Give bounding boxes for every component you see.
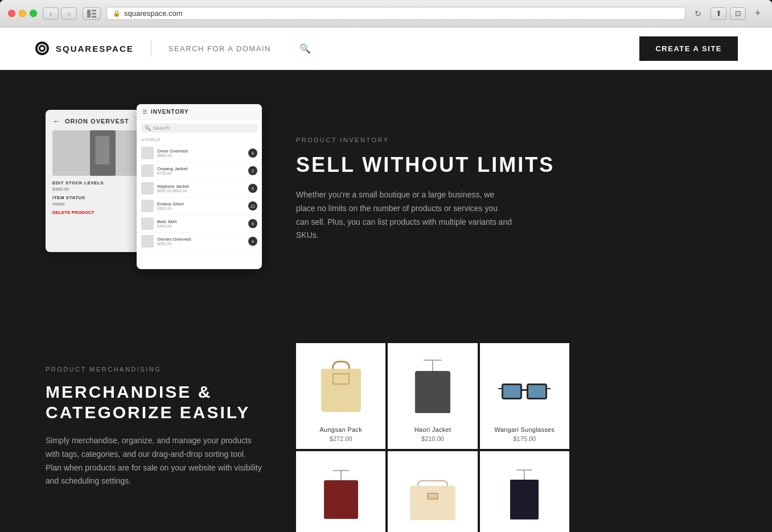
search-icon-button[interactable]: 🔍 [299,43,311,54]
merch-heading: MERCHANDISE & CATEGORIZE EASILY [46,382,262,423]
inventory-body: Whether you're a small boutique or a lar… [296,188,512,242]
back-button[interactable]: ‹ [43,7,59,20]
inventory-text-content: PRODUCT INVENTORY SELL WITHOUT LIMITS Wh… [296,137,726,242]
mockup-item-5: Gemini Overvest $650.00 4 [137,233,262,250]
mockup-product-title: ORION OVERVEST [65,118,129,125]
mockup-back-arrow-icon: ← [52,117,60,126]
product-card-5: Suttner Skirt $215.00 [480,451,569,532]
mockup-search-bar: 🔍 Search [141,123,257,133]
sidebar-toggle-button[interactable] [83,7,101,20]
mockup-item-name-0: Orion Overvest [157,149,245,154]
inventory-eyebrow: PRODUCT INVENTORY [296,137,726,143]
reload-icon: ↻ [695,9,701,18]
logo-text: SQUARESPACE [56,44,134,53]
domain-search-input[interactable] [169,44,294,53]
mockup-item-name-3: Erebus Short [157,201,245,207]
product-img-jacket [395,352,470,420]
product-card-2: Wangari Sunglasses $175.00 [480,343,569,449]
product-price-1: $210.00 [421,435,444,442]
browser-chrome: ‹ › 🔒 squarespace.com ↻ ⬆ ⊡ + [0,0,772,27]
new-tab-button[interactable]: + [752,7,764,20]
section-inventory: ← ORION OVERVEST EDIT STOCK LEVELS $350.… [0,70,772,309]
product-name-1: Haori Jacket [414,426,451,433]
mockup-item-info-0: Orion Overvest $900.00 [157,149,245,158]
mockup-item-name-5: Gemini Overvest [157,237,245,242]
mockup-item-img-0 [141,147,154,159]
mockup-item-img-3 [141,200,154,212]
mockup-item-1: Ouyang Jacket $750.00 2 [137,162,262,180]
product-name-0: Aungsan Pack [319,426,362,433]
close-button[interactable] [8,10,15,17]
logo-area: SQUARESPACE [34,40,134,56]
svg-rect-3 [92,16,96,18]
mockup-list-icon: ☰ [142,109,147,115]
svg-rect-2 [92,13,96,14]
section-merchandising: PRODUCT MERCHANDISING MERCHANDISE & CATE… [0,309,772,532]
mockup-search-icon: 🔍 [145,125,151,131]
reload-button[interactable]: ↻ [691,7,705,20]
mockup-item-name-1: Ouyang Jacket [157,166,245,171]
product-img-crossbody [395,460,470,529]
create-site-button[interactable]: CREATE A SITE [639,36,738,61]
mockup-item-badge-3: 21 [248,201,257,211]
product-card-1: Haori Jacket $210.00 [388,343,477,449]
mockup-item-info-1: Ouyang Jacket $750.00 [157,166,245,175]
mockup-item-badge-4: 9 [248,219,257,228]
mockup-front-panel: ☰ INVENTORY 🔍 Search VISIBLE Orion Overv… [137,104,262,269]
product-card-0: Aungsan Pack $272.00 [296,343,385,449]
mockup-item-0: Orion Overvest $900.00 8 [137,145,262,162]
mockup-item-3: Erebus Short $300.00 21 [137,197,262,215]
site-header: SQUARESPACE 🔍 CREATE A SITE [0,27,772,70]
squarespace-logo-icon [34,40,50,56]
address-bar[interactable]: 🔒 squarespace.com [106,7,685,20]
inventory-mockup: ← ORION OVERVEST EDIT STOCK LEVELS $350.… [46,104,262,275]
site-wrapper: SQUARESPACE 🔍 CREATE A SITE ← ORION OVER… [0,27,772,532]
domain-search-area: 🔍 [169,43,640,54]
mockup-item-badge-0: 8 [248,149,257,158]
mockup-item-img-4 [141,217,154,230]
mockup-item-img-2 [141,182,154,195]
product-grid: Aungsan Pack $272.00 Haori Jacket [296,343,569,532]
reading-list-button[interactable]: ⊡ [730,7,746,20]
traffic-lights [8,10,37,17]
product-card-3: Terra Cotta Studio Top $138.00 [296,451,385,532]
mockup-item-info-5: Gemini Overvest $650.00 [157,237,245,246]
svg-rect-0 [87,10,91,18]
minimize-button[interactable] [19,10,26,17]
product-name-2: Wangari Sunglasses [494,426,555,433]
mockup-item-info-2: Neptune Jacket $850.00 $600.00 [157,184,245,193]
sidebar-icon [87,10,96,18]
product-price-0: $272.00 [330,435,352,442]
mockup-visible-label: VISIBLE [137,136,262,145]
lock-icon: 🔒 [113,10,121,17]
mockup-item-name-4: Bast Skirt [157,219,245,224]
mockup-item-price-1: $750.00 [157,171,245,175]
product-card-4: Selma Crossbody $492.00 [388,451,477,532]
main-content: ← ORION OVERVEST EDIT STOCK LEVELS $350.… [0,70,772,532]
mockup-item-badge-2: 6 [248,184,257,193]
merch-eyebrow: PRODUCT MERCHANDISING [46,366,262,373]
forward-button[interactable]: › [61,7,77,20]
inventory-heading: SELL WITHOUT LIMITS [296,152,726,177]
mockup-item-price-0: $900.00 [157,154,245,158]
mockup-front-title: INVENTORY [151,109,189,115]
mockup-item-price-3: $300.00 [157,207,245,211]
mockup-item-img-5 [141,235,154,248]
mockup-item-price-4: $400.00 [157,224,245,228]
product-price-2: $175.00 [513,435,536,442]
mockup-item-info-3: Erebus Short $300.00 [157,201,245,211]
mockup-item-img-1 [141,164,154,177]
header-divider [151,40,151,57]
product-img-skirt [487,460,562,529]
mockup-item-4: Bast Skirt $400.00 9 [137,215,262,233]
mockup-item-badge-5: 4 [248,237,257,246]
merch-text-content: PRODUCT MERCHANDISING MERCHANDISE & CATE… [46,343,262,488]
share-button[interactable]: ⬆ [711,7,726,20]
svg-rect-1 [92,10,96,11]
merch-body: Simply merchandise, organize, and manage… [46,434,262,488]
mockup-item-price-5: $650.00 [157,242,245,246]
maximize-button[interactable] [30,10,37,17]
product-img-top [303,460,379,529]
mockup-item-2: Neptune Jacket $850.00 $600.00 6 [137,180,262,197]
url-text: squarespace.com [124,9,183,18]
